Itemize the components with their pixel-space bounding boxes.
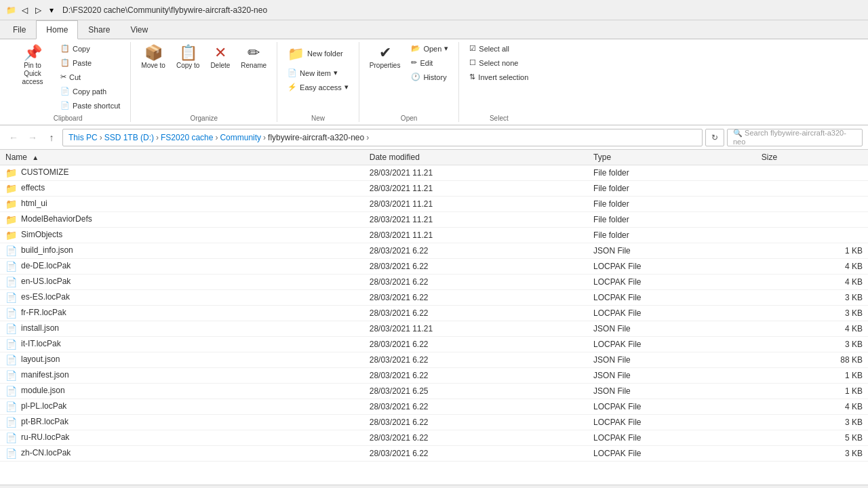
cell-date: 28/03/2021 11.21 xyxy=(364,212,588,228)
cell-size xyxy=(756,212,868,228)
history-button[interactable]: 🕐 History xyxy=(406,70,453,83)
header-date[interactable]: Date modified xyxy=(364,150,588,165)
tab-home[interactable]: Home xyxy=(36,20,78,39)
invert-selection-button[interactable]: ⇅ Invert selection xyxy=(465,70,533,83)
delete-button[interactable]: ✕ Delete xyxy=(205,42,235,73)
table-row[interactable]: 📄pt-BR.locPak 28/03/2021 6.22 LOCPAK Fil… xyxy=(0,415,868,430)
move-icon: 📦 xyxy=(144,45,163,60)
table-row[interactable]: 📁html_ui 28/03/2021 11.21 File folder xyxy=(0,197,868,212)
new-item-button[interactable]: 📄 New item ▾ xyxy=(283,66,353,79)
up-button[interactable]: ↑ xyxy=(43,129,60,146)
cell-type: LOCPAK File xyxy=(588,430,756,446)
edit-button[interactable]: ✏ Edit xyxy=(406,56,453,69)
select-all-icon: ☑ xyxy=(469,44,476,53)
properties-icon: ✔ xyxy=(379,45,391,60)
back-icon[interactable]: ◁ xyxy=(19,5,30,16)
table-row[interactable]: 📄layout.json 28/03/2021 6.22 JSON File 8… xyxy=(0,352,868,368)
cell-name: 📄fr-FR.locPak xyxy=(0,306,364,321)
cell-name: 📄it-IT.locPak xyxy=(0,337,364,352)
tab-file[interactable]: File xyxy=(3,20,36,39)
copy-to-button[interactable]: 📋 Copy to xyxy=(172,42,204,73)
tab-view[interactable]: View xyxy=(120,20,158,39)
search-box[interactable]: 🔍 Search flybywire-aircraft-a320-neo xyxy=(727,129,863,146)
paste-shortcut-button[interactable]: 📄 Paste shortcut xyxy=(56,99,125,112)
select-all-button[interactable]: ☑ Select all xyxy=(465,42,533,55)
address-bar: ← → ↑ This PC › SSD 1TB (D:) › FS2020 ca… xyxy=(0,125,868,150)
header-name[interactable]: Name ▲ xyxy=(0,150,364,165)
title-bar-icons: 📁 ◁ ▷ ▾ xyxy=(5,5,57,16)
paste-button[interactable]: 📋 Paste xyxy=(56,56,125,69)
table-row[interactable]: 📄module.json 28/03/2021 6.25 JSON File 1… xyxy=(0,384,868,399)
cell-name: 📄module.json xyxy=(0,384,364,399)
table-row[interactable]: 📁CUSTOMIZE 28/03/2021 11.21 File folder xyxy=(0,165,868,181)
cell-type: JSON File xyxy=(588,368,756,384)
cell-size xyxy=(756,181,868,197)
file-icon: 📄 xyxy=(5,245,17,256)
copy-to-icon: 📋 xyxy=(179,45,197,60)
table-row[interactable]: 📄en-US.locPak 28/03/2021 6.22 LOCPAK Fil… xyxy=(0,274,868,290)
properties-button[interactable]: ✔ Properties xyxy=(365,42,406,73)
table-row[interactable]: 📁SimObjects 28/03/2021 11.21 File folder xyxy=(0,228,868,243)
tab-share[interactable]: Share xyxy=(78,20,120,39)
rename-button[interactable]: ✏ Rename xyxy=(236,42,271,73)
table-row[interactable]: 📄zh-CN.locPak 28/03/2021 6.22 LOCPAK Fil… xyxy=(0,446,868,462)
new-folder-button[interactable]: 📁 New folder xyxy=(283,42,353,65)
copy-button[interactable]: 📋 Copy xyxy=(56,42,125,55)
cell-date: 28/03/2021 6.22 xyxy=(364,415,588,430)
header-type[interactable]: Type xyxy=(588,150,756,165)
table-row[interactable]: 📄fr-FR.locPak 28/03/2021 6.22 LOCPAK Fil… xyxy=(0,306,868,321)
new-buttons: 📁 New folder 📄 New item ▾ ⚡ Easy access … xyxy=(283,42,353,94)
refresh-button[interactable]: ↻ xyxy=(705,129,724,146)
table-row[interactable]: 📄manifest.json 28/03/2021 6.22 JSON File… xyxy=(0,368,868,384)
organize-buttons: 📦 Move to 📋 Copy to ✕ Delete ✏ Rename xyxy=(136,42,271,73)
cell-name: 📄manifest.json xyxy=(0,368,364,384)
copy-icon: 📋 xyxy=(60,44,70,53)
open-button[interactable]: 📂 Open ▾ xyxy=(406,42,453,55)
breadcrumb-fs2020[interactable]: FS2020 cache xyxy=(161,133,213,142)
breadcrumb-ssd[interactable]: SSD 1TB (D:) xyxy=(104,133,154,142)
easy-access-button[interactable]: ⚡ Easy access ▾ xyxy=(283,81,353,94)
back-button[interactable]: ← xyxy=(5,129,22,146)
table-row[interactable]: 📄build_info.json 28/03/2021 6.22 JSON Fi… xyxy=(0,243,868,259)
cut-icon: ✂ xyxy=(60,73,66,81)
cell-size: 3 KB xyxy=(756,415,868,430)
table-row[interactable]: 📄es-ES.locPak 28/03/2021 6.22 LOCPAK Fil… xyxy=(0,290,868,306)
open-label: Open xyxy=(401,112,417,122)
header-size[interactable]: Size xyxy=(756,150,868,165)
cell-type: LOCPAK File xyxy=(588,274,756,290)
table-row[interactable]: 📁ModelBehaviorDefs 28/03/2021 11.21 File… xyxy=(0,212,868,228)
copy-path-button[interactable]: 📄 Copy path xyxy=(56,85,125,98)
cut-button[interactable]: ✂ Cut xyxy=(56,70,125,83)
cell-type: File folder xyxy=(588,165,756,181)
breadcrumb-this-pc[interactable]: This PC xyxy=(68,133,98,142)
file-area: Name ▲ Date modified Type Size 📁CUSTOMIZ… xyxy=(0,150,868,485)
ribbon-group-new: 📁 New folder 📄 New item ▾ ⚡ Easy access … xyxy=(277,42,359,122)
cell-type: LOCPAK File xyxy=(588,290,756,306)
table-row[interactable]: 📄pl-PL.locPak 28/03/2021 6.22 LOCPAK Fil… xyxy=(0,399,868,415)
cell-name: 📄build_info.json xyxy=(0,243,364,259)
cell-date: 28/03/2021 11.21 xyxy=(364,181,588,197)
table-row[interactable]: 📄install.json 28/03/2021 11.21 JSON File… xyxy=(0,321,868,337)
down-icon[interactable]: ▾ xyxy=(46,5,57,16)
pin-to-quick-access-button[interactable]: 📌 Pin to Quick access xyxy=(11,42,54,89)
ribbon-group-clipboard: 📌 Pin to Quick access 📋 Copy 📋 Paste ✂ C… xyxy=(5,42,131,122)
new-label: New xyxy=(311,112,325,122)
file-icon: 📄 xyxy=(5,339,17,350)
cell-date: 28/03/2021 6.22 xyxy=(364,337,588,352)
move-to-button[interactable]: 📦 Move to xyxy=(136,42,170,73)
cell-size: 4 KB xyxy=(756,321,868,337)
breadcrumb-community[interactable]: Community xyxy=(220,133,261,142)
pin-label: Pin to Quick access xyxy=(16,62,50,86)
table-row[interactable]: 📄de-DE.locPak 28/03/2021 6.22 LOCPAK Fil… xyxy=(0,259,868,274)
select-none-button[interactable]: ☐ Select none xyxy=(465,56,533,69)
table-row[interactable]: 📄ru-RU.locPak 28/03/2021 6.22 LOCPAK Fil… xyxy=(0,430,868,446)
table-row[interactable]: 📁effects 28/03/2021 11.21 File folder xyxy=(0,181,868,197)
forward-icon[interactable]: ▷ xyxy=(33,5,43,16)
forward-button[interactable]: → xyxy=(24,129,41,146)
breadcrumb[interactable]: This PC › SSD 1TB (D:) › FS2020 cache › … xyxy=(62,129,703,146)
cell-size: 3 KB xyxy=(756,306,868,321)
organize-content: 📦 Move to 📋 Copy to ✕ Delete ✏ Rename xyxy=(136,42,271,112)
file-icon: 📁 xyxy=(5,199,17,209)
cell-type: File folder xyxy=(588,197,756,212)
table-row[interactable]: 📄it-IT.locPak 28/03/2021 6.22 LOCPAK Fil… xyxy=(0,337,868,352)
